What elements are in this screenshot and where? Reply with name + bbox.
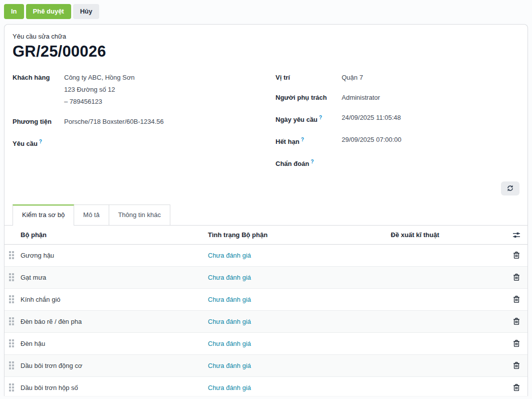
part-name[interactable]: Gương hậu: [21, 252, 208, 259]
diagnosis-label-text: Chẩn đoán: [276, 160, 309, 168]
approve-button[interactable]: Phê duyệt: [26, 4, 71, 19]
delete-row-button[interactable]: [505, 251, 527, 259]
table-row[interactable]: Đèn báo rẽ / đèn pha Chưa đánh giá: [5, 311, 527, 333]
drag-handle-icon[interactable]: [9, 383, 21, 391]
table-row[interactable]: Kính chắn gió Chưa đánh giá: [5, 289, 527, 311]
table-row[interactable]: Gương hậu Chưa đánh giá: [5, 245, 527, 267]
trash-icon: [513, 339, 520, 347]
drag-handle-icon[interactable]: [9, 295, 21, 303]
table-row[interactable]: Gạt mưa Chưa đánh giá: [5, 267, 527, 289]
deadline-label-text: Hết hạn: [276, 138, 300, 145]
request-date-value[interactable]: 24/09/2025 11:05:48: [342, 112, 519, 126]
part-name[interactable]: Đèn hậu: [21, 340, 208, 347]
column-header-part[interactable]: Bộ phận: [21, 231, 208, 239]
print-button[interactable]: In: [4, 4, 24, 19]
field-group-left: Khách hàng Công ty ABC, Hồng Sơn 123 Đườ…: [13, 72, 276, 178]
responsible-label: Người phụ trách: [276, 92, 342, 104]
delete-row-button[interactable]: [505, 361, 527, 369]
customer-line-3: – 789456123: [64, 98, 102, 105]
drag-handle-icon[interactable]: [9, 361, 21, 369]
form-sheet: Yêu cầu sửa chữa GR/25/00026 Khách hàng …: [4, 24, 528, 396]
notebook-tabs: Kiểm tra sơ bộ Mô tả Thông tin khác: [5, 205, 527, 226]
help-icon[interactable]: ?: [39, 139, 42, 144]
help-icon[interactable]: ?: [311, 159, 314, 164]
field-diagnosis: Chẩn đoán?: [276, 156, 519, 170]
drag-handle-icon[interactable]: [9, 339, 21, 347]
trash-icon: [513, 273, 520, 281]
part-name[interactable]: Gạt mưa: [21, 274, 208, 281]
responsible-value[interactable]: Administrator: [342, 92, 519, 104]
status-link[interactable]: Chưa đánh giá: [208, 274, 251, 281]
status-link[interactable]: Chưa đánh giá: [208, 362, 251, 369]
part-name[interactable]: Kính chắn gió: [21, 296, 208, 303]
trash-icon: [513, 251, 520, 259]
table-header: Bộ phận Tình trạng Bộ phận Đề xuất kĩ th…: [5, 226, 527, 245]
cancel-button[interactable]: Hủy: [73, 4, 100, 19]
table-row[interactable]: Dầu bôi trơn động cơ Chưa đánh giá: [5, 355, 527, 377]
customer-line-1: Công ty ABC, Hồng Sơn: [64, 74, 135, 81]
request-date-label: Ngày yêu cầu?: [276, 112, 342, 126]
table-row[interactable]: Dầu bôi trơn hộp số Chưa đánh giá: [5, 377, 527, 396]
vehicle-value[interactable]: Porsche/718 Boxster/60B-1234.56: [64, 116, 276, 128]
diagnosis-label: Chẩn đoán?: [276, 156, 342, 170]
part-name[interactable]: Dầu bôi trơn động cơ: [21, 362, 208, 369]
optional-columns-button[interactable]: [505, 231, 527, 239]
part-status[interactable]: Chưa đánh giá: [208, 318, 391, 325]
delete-row-button[interactable]: [505, 273, 527, 281]
part-status[interactable]: Chưa đánh giá: [208, 362, 391, 369]
tab-description[interactable]: Mô tả: [74, 205, 109, 225]
status-link[interactable]: Chưa đánh giá: [208, 318, 251, 325]
customer-line-2: 123 Đường số 12: [64, 86, 115, 93]
delete-row-button[interactable]: [505, 295, 527, 303]
parts-table: Bộ phận Tình trạng Bộ phận Đề xuất kĩ th…: [5, 226, 527, 396]
drag-handle-icon[interactable]: [9, 273, 21, 281]
table-row[interactable]: Đèn hậu Chưa đánh giá: [5, 333, 527, 355]
drag-handle-icon[interactable]: [9, 317, 21, 325]
refresh-button[interactable]: [501, 181, 519, 195]
deadline-label: Hết hạn?: [276, 134, 342, 148]
status-link[interactable]: Chưa đánh giá: [208, 252, 251, 259]
part-status[interactable]: Chưa đánh giá: [208, 340, 391, 347]
field-group-right: Vị trí Quận 7 Người phụ trách Administra…: [276, 72, 519, 178]
field-location: Vị trí Quận 7: [276, 72, 519, 84]
location-value[interactable]: Quận 7: [342, 72, 519, 84]
delete-row-button[interactable]: [505, 383, 527, 391]
help-icon[interactable]: ?: [319, 115, 322, 120]
field-vehicle: Phương tiện Porsche/718 Boxster/60B-1234…: [13, 116, 276, 128]
request-label-text: Yêu cầu: [13, 140, 38, 147]
deadline-value[interactable]: 29/09/2025 07:00:00: [342, 134, 519, 148]
refresh-icon: [506, 184, 514, 192]
part-status[interactable]: Chưa đánh giá: [208, 384, 391, 391]
delete-row-button[interactable]: [505, 339, 527, 347]
field-responsible: Người phụ trách Administrator: [276, 92, 519, 104]
field-groups: Khách hàng Công ty ABC, Hồng Sơn 123 Đườ…: [13, 72, 519, 178]
customer-value[interactable]: Công ty ABC, Hồng Sơn 123 Đường số 12 – …: [64, 72, 276, 108]
location-label: Vị trí: [276, 72, 342, 84]
part-name[interactable]: Dầu bôi trơn hộp số: [21, 384, 208, 391]
drag-handle-icon[interactable]: [9, 251, 21, 259]
help-icon[interactable]: ?: [301, 137, 304, 142]
delete-row-button[interactable]: [505, 317, 527, 325]
request-value[interactable]: [64, 136, 276, 150]
trash-icon: [513, 295, 520, 303]
status-link[interactable]: Chưa đánh giá: [208, 340, 251, 347]
part-status[interactable]: Chưa đánh giá: [208, 252, 391, 259]
part-status[interactable]: Chưa đánh giá: [208, 296, 391, 303]
vehicle-label: Phương tiện: [13, 116, 64, 128]
trash-icon: [513, 317, 520, 325]
tab-initial-check[interactable]: Kiểm tra sơ bộ: [13, 205, 74, 225]
part-status[interactable]: Chưa đánh giá: [208, 274, 391, 281]
trash-icon: [513, 361, 520, 369]
status-link[interactable]: Chưa đánh giá: [208, 384, 251, 391]
page-title: GR/25/00026: [13, 43, 519, 61]
request-label: Yêu cầu?: [13, 136, 64, 150]
trash-icon: [513, 383, 520, 391]
field-deadline: Hết hạn? 29/09/2025 07:00:00: [276, 134, 519, 148]
column-header-status[interactable]: Tình trạng Bộ phận: [208, 231, 391, 239]
diagnosis-value[interactable]: [342, 156, 519, 170]
status-link[interactable]: Chưa đánh giá: [208, 296, 251, 303]
field-request: Yêu cầu?: [13, 136, 276, 150]
part-name[interactable]: Đèn báo rẽ / đèn pha: [21, 318, 208, 325]
column-header-proposal[interactable]: Đề xuất kĩ thuật: [391, 231, 505, 239]
tab-other-info[interactable]: Thông tin khác: [109, 205, 170, 225]
